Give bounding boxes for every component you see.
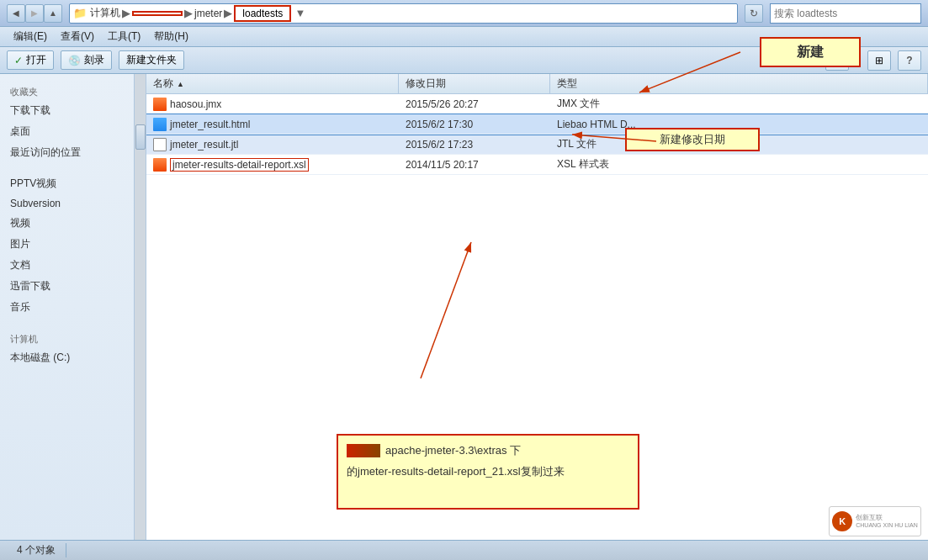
file-name-cell: jmeter_result.jtl	[146, 138, 399, 151]
burn-label: 刻录	[84, 53, 104, 67]
file-list-header: 名称 ▲ 修改日期 类型	[146, 74, 928, 94]
file-date: 2015/6/2 17:23	[406, 139, 473, 151]
file-type-cell: JMX 文件	[550, 97, 928, 111]
file-date-cell: 2015/6/2 17:30	[399, 119, 550, 130]
file-name-cell: jmeter_result.html	[146, 118, 399, 131]
title-bar: ◀ ▶ ▲ 📁 计算机 ▶ ▶ jmeter ▶ loadtests ▼ ↻	[0, 0, 928, 27]
open-label: 打开	[26, 53, 46, 67]
open-button[interactable]: ✓ 打开	[7, 50, 54, 70]
breadcrumb-loadtests[interactable]: loadtests	[234, 5, 291, 22]
file-type: JMX 文件	[557, 97, 600, 111]
file-name-cell: haosou.jmx	[146, 98, 399, 111]
file-type: XSL 样式表	[557, 157, 609, 172]
file-icon-jmx	[153, 98, 167, 111]
new-folder-label: 新建文件夹	[126, 53, 177, 67]
sidebar-item-local-disk[interactable]: 本地磁盘 (C:)	[0, 347, 134, 368]
table-row[interactable]: jmeter_result.html 2015/6/2 17:30 Liebao…	[146, 114, 928, 135]
sidebar-item-pptv[interactable]: PPTV视频	[0, 173, 134, 194]
help-icon: ?	[906, 55, 912, 66]
nav-forward-button[interactable]: ▶	[25, 4, 44, 23]
col-header-date[interactable]: 修改日期	[399, 74, 550, 93]
annotation-newdate: 新建修改日期	[625, 128, 760, 151]
menu-edit[interactable]: 编辑(E)	[7, 28, 54, 45]
breadcrumb-sep1: ▶	[122, 7, 130, 19]
view-grid-button[interactable]: ⊞	[867, 50, 891, 71]
file-icon-html	[153, 118, 167, 131]
sidebar-item-thunder[interactable]: 迅雷下载	[0, 276, 134, 297]
file-date-cell: 2015/6/2 17:23	[399, 139, 550, 151]
col-name-label: 名称	[153, 77, 173, 91]
sidebar-group-favorites: 收藏夹	[0, 81, 134, 100]
table-row[interactable]: jmeter-results-detail-report.xsl 2014/11…	[146, 155, 928, 175]
sidebar-item-subversion[interactable]: Subversion	[0, 194, 134, 213]
sidebar-item-download[interactable]: 下载下载	[0, 100, 134, 121]
sidebar-item-music[interactable]: 音乐	[0, 297, 134, 318]
annotation-xinjian: 新建	[760, 37, 861, 67]
file-icon-xsl	[153, 158, 167, 172]
table-row[interactable]: jmeter_result.jtl 2015/6/2 17:23 JTL 文件	[146, 135, 928, 155]
breadcrumb-folder1[interactable]	[132, 11, 183, 16]
file-icon-jtl	[153, 138, 167, 151]
sidebar-group-computer: 计算机	[0, 328, 134, 347]
help-button[interactable]: ?	[898, 50, 921, 71]
watermark-text2: CHUANG XIN HU LIAN	[856, 522, 918, 529]
sidebar: 收藏夹 下载下载 桌面 最近访问的位置 PPTV视频 Subversion 视频…	[0, 74, 135, 540]
menu-tools[interactable]: 工具(T)	[101, 28, 147, 45]
breadcrumb-dropdown-arrow[interactable]: ▼	[294, 7, 305, 19]
breadcrumb-computer[interactable]: 计算机	[90, 6, 120, 20]
view-grid-icon: ⊞	[875, 55, 883, 66]
status-bar: 4 个对象	[0, 540, 928, 560]
breadcrumb-sep3: ▶	[224, 7, 232, 19]
sidebar-item-video[interactable]: 视频	[0, 213, 134, 234]
col-date-label: 修改日期	[406, 77, 446, 91]
nav-up-button[interactable]: ▲	[44, 4, 62, 23]
file-date: 2014/11/5 20:17	[406, 159, 479, 171]
scrollbar-thumb[interactable]	[135, 124, 146, 150]
refresh-icon: ↻	[750, 8, 758, 19]
watermark-logo: K	[832, 511, 852, 531]
watermark-text1: 创新互联	[856, 514, 918, 522]
col-type-label: 类型	[557, 77, 577, 91]
sidebar-item-desktop[interactable]: 桌面	[0, 121, 134, 142]
sidebar-label-download: 下载	[10, 104, 30, 116]
open-icon: ✓	[14, 55, 23, 66]
burn-icon: 💿	[68, 55, 81, 66]
sidebar-item-picture[interactable]: 图片	[0, 234, 134, 255]
file-type-cell: XSL 样式表	[550, 157, 928, 172]
file-date: 2015/6/2 17:30	[406, 119, 473, 130]
file-type: Liebao HTML D...	[557, 119, 636, 130]
table-row[interactable]: haosou.jmx 2015/5/26 20:27 JMX 文件	[146, 94, 928, 114]
file-date: 2015/5/26 20:27	[406, 98, 479, 110]
file-name: haosou.jmx	[170, 98, 221, 110]
file-name: jmeter_result.html	[170, 119, 250, 130]
col-header-type[interactable]: 类型	[550, 74, 928, 93]
breadcrumb-sep2: ▶	[184, 7, 193, 19]
breadcrumb-jmeter[interactable]: jmeter	[194, 8, 222, 19]
refresh-button[interactable]: ↻	[745, 4, 763, 23]
sidebar-label-subversion: Subversion	[10, 198, 61, 209]
nav-back-button[interactable]: ◀	[7, 4, 25, 23]
menu-view[interactable]: 查看(V)	[54, 28, 101, 45]
annotation-bottom: apache-jmeter-3.3\extras 下 的jmeter-resul…	[337, 434, 639, 510]
file-name: jmeter_result.jtl	[170, 139, 238, 151]
burn-button[interactable]: 💿 刻录	[61, 50, 112, 70]
address-bar[interactable]: 📁 计算机 ▶ ▶ jmeter ▶ loadtests ▼	[69, 3, 738, 24]
watermark: K 创新互联 CHUANG XIN HU LIAN	[829, 506, 921, 536]
file-type: JTL 文件	[557, 137, 597, 151]
col-header-name[interactable]: 名称 ▲	[146, 74, 399, 93]
new-folder-button[interactable]: 新建文件夹	[119, 50, 184, 70]
search-input[interactable]	[770, 3, 921, 24]
file-date-cell: 2015/5/26 20:27	[399, 98, 550, 110]
sidebar-item-recent[interactable]: 最近访问的位置	[0, 142, 134, 163]
breadcrumb-folder-icon: 📁	[73, 7, 87, 19]
annotation-bottom-line2: 的jmeter-results-detail-report_21.xsl复制过来	[347, 465, 565, 478]
sort-asc-icon: ▲	[177, 80, 184, 88]
file-name: jmeter-results-detail-report.xsl	[170, 158, 309, 172]
sidebar-scrollbar[interactable]	[135, 74, 146, 540]
annotation-bottom-line1: apache-jmeter-3.3\extras 下	[385, 442, 521, 460]
status-count: 4 个对象	[7, 543, 66, 557]
sidebar-item-document[interactable]: 文档	[0, 255, 134, 276]
menu-help[interactable]: 帮助(H)	[147, 28, 195, 45]
file-name-cell: jmeter-results-detail-report.xsl	[146, 158, 399, 172]
file-date-cell: 2014/11/5 20:17	[399, 159, 550, 171]
